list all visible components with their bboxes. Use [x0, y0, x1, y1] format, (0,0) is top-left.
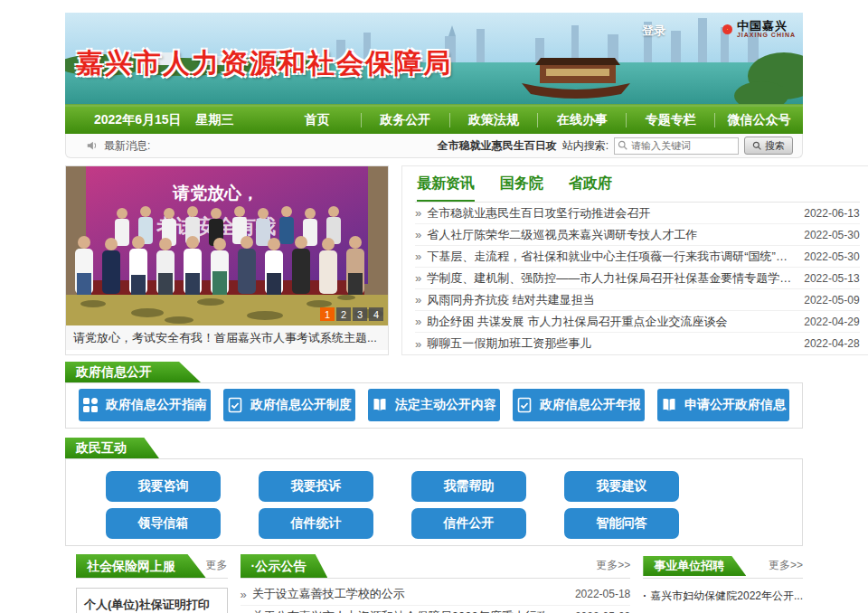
search-input[interactable] [614, 137, 739, 155]
nav-item-wechat[interactable]: 微信公众号 [715, 112, 803, 128]
pager-button-2[interactable]: 2 [336, 307, 351, 321]
doc-check-icon [516, 397, 533, 413]
more-link[interactable]: 更多>> [769, 558, 803, 578]
request-disclosure-button[interactable]: 申请公开政府信息 [657, 389, 789, 421]
tab-latest-news[interactable]: 最新资讯 [417, 174, 475, 202]
section-tab: 事业单位招聘 [643, 556, 746, 576]
annual-report-button[interactable]: 政府信息公开年报 [513, 389, 645, 421]
button-label: 政府信息公开制度 [250, 397, 352, 413]
help-button[interactable]: 我需帮助 [411, 471, 526, 502]
double-arrow-icon [415, 228, 427, 241]
search-button[interactable]: 搜索 [744, 137, 793, 155]
more-link[interactable]: 更多>> [596, 558, 630, 578]
leader-mailbox-button[interactable]: 领导信箱 [106, 508, 221, 539]
news-item[interactable]: 省人社厅陈荣华二级巡视员来嘉兴调研专技人才工作 2022-05-30 [415, 224, 860, 246]
double-arrow-icon [415, 293, 427, 306]
service-item[interactable]: 个人(单位)社保证明打印 [76, 588, 228, 613]
smart-qa-button[interactable]: 智能问答 [564, 508, 679, 539]
notice-title: 关于公布嘉兴市人力资源和社会保障局2022年度重大行政决策事... [252, 608, 566, 613]
news-date: 2022-05-30 [804, 229, 859, 241]
site-banner: 嘉兴市人力资源和社会保障局 登录 中国嘉兴 JIAXING CHINA [65, 13, 803, 107]
nav-item-online[interactable]: 在线办事 [538, 112, 626, 128]
jiaxing-logo-icon [722, 24, 732, 34]
news-item[interactable]: 下基层、走流程，省社保和就业中心主任项薇一行来我市调研“国统”上线情况 2022… [415, 246, 860, 268]
suggest-button[interactable]: 我要建议 [564, 471, 679, 502]
grid-icon [82, 397, 99, 413]
mail-open-button[interactable]: 信件公开 [411, 508, 526, 539]
consult-button[interactable]: 我要咨询 [106, 471, 221, 502]
book-icon [372, 397, 388, 413]
section-tab: ·公示公告 [241, 554, 328, 578]
site-logo: 中国嘉兴 JIAXING CHINA [722, 20, 796, 38]
photo-carousel[interactable]: 请党放心， 考试安全有我 [65, 165, 389, 355]
campaign-link[interactable]: 全市稳就业惠民生百日攻 [438, 138, 557, 154]
mail-stats-button[interactable]: 信件统计 [259, 508, 373, 539]
main-row: 请党放心， 考试安全有我 [65, 165, 803, 355]
nav-menu: 首页 政务公开 政策法规 在线办事 专题专栏 微信公众号 [273, 112, 803, 128]
social-insurance-header: 社会保险网上服务大厅 更多 [76, 555, 228, 579]
book-icon [661, 397, 677, 413]
recruitment-item[interactable]: 嘉兴市妇幼保健院2022年公开... [643, 584, 803, 608]
notice-item[interactable]: 关于公布嘉兴市人力资源和社会保障局2022年度重大行政决策事... 2022-0… [241, 606, 631, 613]
gov-info-buttons: 政府信息公开指南 政府信息公开制度 法定主动公开内容 [65, 382, 803, 429]
nav-date: 2022年6月15日 星期三 [65, 112, 273, 128]
search-wrap [614, 137, 739, 155]
doc-check-icon [227, 397, 243, 413]
double-arrow-icon [241, 588, 252, 601]
button-label: 政府信息公开年报 [540, 397, 641, 413]
interaction-buttons: 我要咨询 我要投诉 我需帮助 我要建议 领导信箱 信件统计 信件公开 智能问答 [65, 458, 803, 546]
gov-info-section: 政府信息公开 政府信息公开指南 政府信息公开制度 法定 [65, 362, 803, 429]
nav-item-home[interactable]: 首页 [273, 112, 361, 128]
recruitment-column: 事业单位招聘 更多>> 嘉兴市妇幼保健院2022年公开... 2022年嘉兴市属… [643, 555, 803, 613]
gov-info-system-button[interactable]: 政府信息公开制度 [223, 389, 355, 421]
news-item[interactable]: 聊聊五一假期加班工资那些事儿 2022-04-28 [415, 333, 860, 354]
news-date: 2022-05-09 [804, 294, 859, 306]
news-item[interactable]: 助企纾困 共谋发展 市人力社保局召开重点企业交流座谈会 2022-04-29 [415, 311, 860, 333]
tab-state-council[interactable]: 国务院 [500, 174, 543, 202]
complaint-button[interactable]: 我要投诉 [259, 471, 373, 502]
news-title: 学制度、建机制、强防控——市人力社保局召开社保基金要情专题学习会 [427, 270, 795, 287]
current-date: 2022年6月15日 [94, 112, 182, 128]
pager-button-3[interactable]: 3 [353, 307, 367, 321]
nav-item-policy[interactable]: 政策法规 [450, 112, 538, 128]
double-arrow-icon [415, 206, 427, 220]
nav-item-gov-open[interactable]: 政务公开 [362, 112, 449, 128]
more-link[interactable]: 更多 [206, 558, 228, 578]
ticker-bar: 最新消息: 全市稳就业惠民生百日攻 站内搜索: 搜索 [65, 134, 803, 158]
site-search-label: 站内搜索: [562, 138, 609, 154]
legal-disclosure-button[interactable]: 法定主动公开内容 [368, 389, 500, 421]
news-item[interactable]: 风雨同舟齐抗疫 结对共建显担当 2022-05-09 [415, 289, 860, 311]
section-ribbon: 政民互动 [65, 438, 159, 458]
section-ribbon: 政府信息公开 [65, 362, 201, 382]
search-icon [752, 141, 762, 151]
speaker-icon [86, 139, 99, 152]
news-title: 风雨同舟齐抗疫 结对共建显担当 [427, 292, 795, 308]
news-panel: 最新资讯 国务院 省政府 全市稳就业惠民生百日攻坚行动推进会召开 2022-06… [401, 165, 868, 355]
pager-button-1[interactable]: 1 [320, 307, 335, 321]
notice-title: 关于设立嘉善技工学校的公示 [252, 586, 566, 602]
social-insurance-column: 社会保险网上服务大厅 更多 个人(单位)社保证明打印 办事指南 [65, 555, 228, 613]
news-tabs: 最新资讯 国务院 省政府 [415, 166, 860, 203]
main-nav: 2022年6月15日 星期三 首页 政务公开 政策法规 在线办事 专题专栏 微信… [65, 107, 803, 134]
carousel-caption[interactable]: 请党放心，考试安全有我！首届嘉兴市人事考试系统主题... [66, 325, 388, 350]
logo-text-en: JIAXING CHINA [737, 32, 796, 38]
login-link[interactable]: 登录 [642, 23, 665, 39]
tab-provincial-gov[interactable]: 省政府 [569, 174, 612, 202]
news-title: 下基层、走流程，省社保和就业中心主任项薇一行来我市调研“国统”上线情况 [427, 249, 795, 265]
nav-item-special[interactable]: 专题专栏 [627, 112, 714, 128]
button-label: 法定主动公开内容 [395, 397, 496, 413]
notice-column: ·公示公告 更多>> 关于设立嘉善技工学校的公示 2022-05-18 关于公布… [241, 555, 631, 613]
news-title: 聊聊五一假期加班工资那些事儿 [427, 335, 795, 352]
carousel-pager: 1 2 3 4 [320, 307, 383, 321]
logo-text-cn: 中国嘉兴 [737, 20, 796, 32]
recruitment-item[interactable]: 2022年嘉兴市属事业单位公开... [643, 608, 803, 613]
carousel-photo-image: 请党放心， 考试安全有我 [66, 166, 388, 325]
ticker-right: 全市稳就业惠民生百日攻 站内搜索: 搜索 [438, 137, 793, 155]
double-arrow-icon [241, 610, 252, 613]
news-item[interactable]: 学制度、建机制、强防控——市人力社保局召开社保基金要情专题学习会 2022-05… [415, 268, 860, 289]
gov-info-guide-button[interactable]: 政府信息公开指南 [79, 389, 211, 421]
pager-button-4[interactable]: 4 [369, 307, 383, 321]
notice-item[interactable]: 关于设立嘉善技工学校的公示 2022-05-18 [241, 583, 631, 606]
news-item[interactable]: 全市稳就业惠民生百日攻坚行动推进会召开 2022-06-13 [415, 203, 860, 224]
news-date: 2022-04-29 [804, 316, 859, 328]
